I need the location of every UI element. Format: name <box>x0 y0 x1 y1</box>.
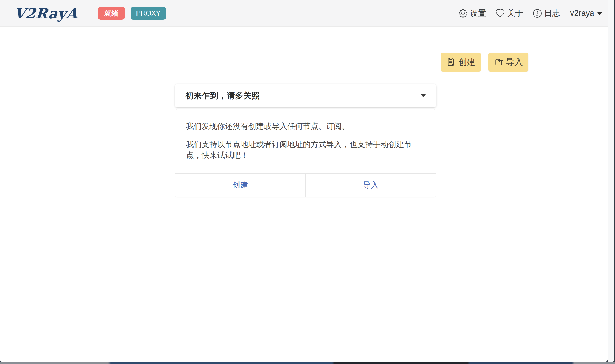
gear-icon <box>459 9 467 18</box>
menu-item-logs[interactable]: 日志 <box>533 8 560 19</box>
welcome-paragraph: 我们支持以节点地址或者订阅地址的方式导入，也支持手动创建节点，快来试试吧！ <box>186 139 425 161</box>
heart-icon <box>496 9 504 18</box>
card-create-action[interactable]: 创建 <box>175 174 305 197</box>
node-toolbar: 创建 导入 <box>441 53 528 72</box>
menu-item-label: v2raya <box>570 9 594 18</box>
bottom-strip <box>0 362 615 364</box>
welcome-card-body: 我们发现你还没有创建或导入任何节点、订阅。 我们支持以节点地址或者订阅地址的方式… <box>175 109 436 173</box>
menu-item-label: 设置 <box>470 8 486 19</box>
info-icon <box>533 9 542 18</box>
welcome-card-footer: 创建 导入 <box>175 173 436 197</box>
caret-down-icon <box>597 12 602 15</box>
welcome-card-header[interactable]: 初来乍到，请多关照 <box>175 84 436 107</box>
import-button[interactable]: 导入 <box>488 53 528 72</box>
status-badge[interactable]: 就绪 <box>98 7 125 20</box>
vertical-scrollbar[interactable] <box>608 0 614 362</box>
create-button[interactable]: 创建 <box>441 53 481 72</box>
navbar-menu: 设置 关于 日志 v2raya <box>459 8 602 19</box>
app-sheet: V2RayA 就绪 PROXY 设置 关于 <box>0 0 608 362</box>
mode-badge[interactable]: PROXY <box>131 7 166 20</box>
welcome-card-title: 初来乍到，请多关照 <box>185 90 260 101</box>
create-button-label: 创建 <box>458 56 475 68</box>
menu-item-about[interactable]: 关于 <box>496 8 523 19</box>
import-button-label: 导入 <box>506 56 523 68</box>
menu-item-label: 日志 <box>544 8 560 19</box>
welcome-card: 初来乍到，请多关照 我们发现你还没有创建或导入任何节点、订阅。 我们支持以节点地… <box>175 84 436 197</box>
caret-down-icon[interactable] <box>421 94 426 97</box>
top-navbar: V2RayA 就绪 PROXY 设置 关于 <box>0 0 608 27</box>
clipboard-plus-icon <box>446 57 456 67</box>
welcome-paragraph: 我们发现你还没有创建或导入任何节点、订阅。 <box>186 121 425 132</box>
card-import-action[interactable]: 导入 <box>305 174 436 197</box>
app-logo[interactable]: V2RayA <box>14 6 78 20</box>
menu-item-label: 关于 <box>507 8 523 19</box>
menu-item-settings[interactable]: 设置 <box>459 8 486 19</box>
import-icon <box>494 57 503 67</box>
menu-item-account[interactable]: v2raya <box>570 9 602 18</box>
welcome-card-panel: 我们发现你还没有创建或导入任何节点、订阅。 我们支持以节点地址或者订阅地址的方式… <box>175 109 436 197</box>
main-content: 创建 导入 初来乍到，请多关照 我们发现你还没有创建或导入任何节点、订阅。 我们… <box>0 27 608 362</box>
